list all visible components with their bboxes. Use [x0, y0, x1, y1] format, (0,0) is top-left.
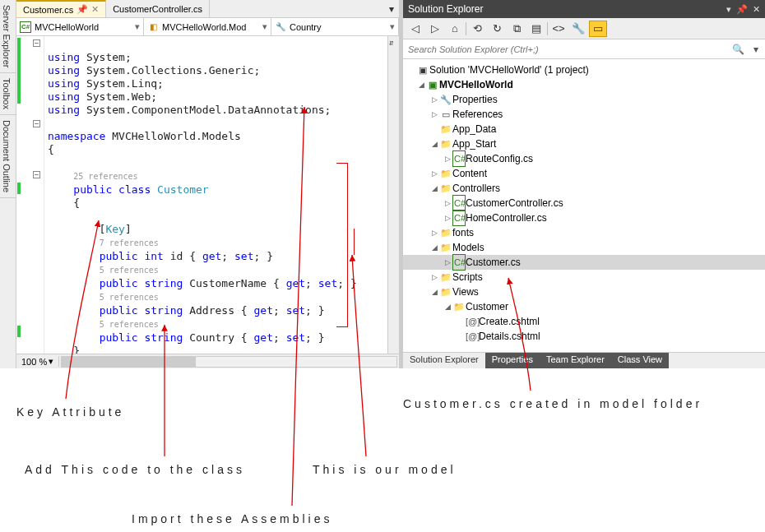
visual-studio-window: Server Explorer Toolbox Document Outline… [0, 0, 765, 368]
sync-button[interactable]: ⟲ [468, 21, 486, 37]
folder-controllers[interactable]: ◢ 📁 Controllers [403, 181, 765, 196]
annotation-key-attribute: Key Attribute [16, 405, 124, 419]
member-dropdown[interactable]: 🔧 Country ▾ [271, 18, 399, 35]
scrollbar-thumb[interactable] [62, 357, 196, 367]
chevron-down-icon: ▾ [49, 356, 53, 367]
chevron-down-icon: ▾ [262, 21, 267, 32]
collapse-toggle[interactable]: − [33, 39, 40, 47]
csharp-project-icon: C# [20, 21, 31, 33]
collapse-toggle[interactable]: ◢ [443, 299, 452, 314]
folder-customer-views[interactable]: ◢ 📁 Customer [403, 299, 765, 314]
wrench-icon: 🔧 [439, 92, 452, 107]
file-routeconfig[interactable]: ▷ C# RouteConfig.cs [403, 151, 765, 166]
folder-icon: 📁 [439, 166, 452, 181]
zoom-label: 100 % [21, 357, 47, 367]
collapse-toggle[interactable]: ◢ [429, 240, 439, 255]
close-icon[interactable]: ✕ [753, 4, 760, 15]
folder-views[interactable]: ◢ 📁 Views [403, 285, 765, 299]
expand-toggle[interactable]: ▷ [443, 151, 452, 166]
home-button[interactable]: ⌂ [446, 21, 464, 37]
back-button[interactable]: ◁ [406, 21, 424, 37]
project-node[interactable]: ◢ ▣ MVCHelloWorld [403, 77, 765, 92]
document-outline-tab[interactable]: Document Outline [0, 115, 16, 198]
solution-tree[interactable]: ▣ Solution 'MVCHelloWorld' (1 project) ◢… [403, 59, 765, 352]
search-icon[interactable]: 🔍 [729, 39, 747, 58]
outlining-margin[interactable]: − − − [21, 36, 44, 354]
horizontal-scrollbar[interactable] [61, 356, 397, 368]
csharp-file-icon: C# [452, 254, 466, 271]
folder-app-data[interactable]: 📁 App_Data [403, 122, 765, 136]
expand-toggle[interactable]: ▷ [429, 107, 439, 122]
pin-icon[interactable]: 📌 [76, 4, 88, 15]
file-customercontroller[interactable]: ▷ C# CustomerController.cs [403, 196, 765, 210]
pin-icon[interactable]: 📌 [736, 4, 748, 15]
collapse-toggle[interactable]: − [33, 120, 40, 127]
folder-icon: 📁 [452, 299, 466, 314]
left-tool-tabs: Server Explorer Toolbox Document Outline [0, 0, 16, 368]
forward-button[interactable]: ▷ [426, 21, 444, 37]
folder-models[interactable]: ◢ 📁 Models [403, 240, 765, 255]
project-dropdown[interactable]: C# MVCHelloWorld ▾ [16, 18, 144, 35]
file-details-cshtml[interactable]: [@] Details.cshtml [403, 329, 765, 344]
csharp-file-icon: C# [452, 195, 466, 211]
chevron-down-icon: ▾ [390, 21, 395, 32]
expand-toggle[interactable]: ▷ [443, 210, 452, 225]
solution-explorer-toolbar: ◁ ▷ ⌂ ⟲ ↻ ⧉ ▤ <> 🔧 ▭ [403, 18, 765, 39]
annotation-bracket [354, 229, 360, 255]
search-input[interactable] [403, 39, 729, 58]
annotation-add-code: Add This code to the class [25, 463, 245, 476]
folder-content[interactable]: ▷ 📁 Content [403, 166, 765, 181]
preview-selected-button[interactable]: ▭ [589, 21, 607, 37]
editor-status-bar: 100 % ▾ [16, 354, 399, 368]
zoom-level-dropdown[interactable]: 100 % ▾ [16, 356, 59, 367]
class-dropdown[interactable]: ◧ MVCHelloWorld.Mod ▾ [144, 18, 271, 35]
references-node[interactable]: ▷ ▭ References [403, 107, 765, 122]
solution-explorer-titlebar[interactable]: Solution Explorer ▾ 📌 ✕ [403, 0, 765, 18]
file-homecontroller[interactable]: ▷ C# HomeController.cs [403, 210, 765, 225]
search-options-dropdown[interactable]: ▾ [747, 39, 765, 58]
show-all-files-button[interactable]: ▤ [527, 21, 545, 37]
folder-icon: 📁 [439, 270, 452, 285]
toolbox-tab[interactable]: Toolbox [0, 73, 16, 115]
tab-team-explorer[interactable]: Team Explorer [540, 353, 611, 368]
close-icon[interactable]: ✕ [91, 4, 99, 15]
view-code-button[interactable]: <> [549, 21, 568, 37]
collapse-toggle[interactable]: ◢ [429, 181, 439, 196]
properties-button[interactable]: 🔧 [569, 21, 587, 37]
collapse-toggle[interactable]: ◢ [429, 136, 439, 151]
expand-toggle[interactable]: ▷ [443, 196, 452, 210]
tab-class-view[interactable]: Class View [611, 353, 669, 368]
collapse-toggle[interactable]: ◢ [429, 285, 439, 299]
csharp-file-icon: C# [452, 210, 466, 226]
editor-split-bar[interactable]: ⇵ [387, 36, 399, 354]
expand-toggle[interactable]: ▷ [443, 255, 452, 270]
expand-toggle[interactable]: ▷ [429, 166, 439, 181]
server-explorer-tab[interactable]: Server Explorer [0, 0, 16, 73]
panel-tabs: Solution Explorer Properties Team Explor… [403, 352, 765, 368]
file-customer-cs[interactable]: ▷ C# Customer.cs [403, 255, 765, 270]
tab-properties[interactable]: Properties [485, 353, 540, 368]
tab-label: Customer.cs [23, 5, 73, 15]
collapse-all-button[interactable]: ⧉ [508, 21, 526, 37]
folder-fonts[interactable]: ▷ 📁 fonts [403, 225, 765, 240]
split-arrows-icon: ⇵ [389, 38, 394, 47]
properties-node[interactable]: ▷ 🔧 Properties [403, 92, 765, 107]
folder-app-start[interactable]: ◢ 📁 App_Start [403, 136, 765, 151]
tab-overflow-button[interactable]: ▾ [384, 0, 399, 17]
tab-solution-explorer[interactable]: Solution Explorer [403, 353, 485, 368]
view-file-icon: [@] [466, 314, 479, 329]
expand-toggle[interactable]: ▷ [429, 225, 439, 240]
expand-toggle[interactable]: ▷ [429, 270, 439, 285]
refresh-button[interactable]: ↻ [488, 21, 506, 37]
file-create-cshtml[interactable]: [@] Create.cshtml [403, 314, 765, 329]
folder-scripts[interactable]: ▷ 📁 Scripts [403, 270, 765, 285]
annotation-created-in-model: Customer.cs created in model folder [403, 397, 702, 410]
folder-icon: 📁 [439, 225, 452, 240]
tab-customercontroller-cs[interactable]: CustomerController.cs [106, 0, 210, 17]
tab-customer-cs[interactable]: Customer.cs 📌 ✕ [16, 0, 106, 17]
expand-toggle[interactable]: ▷ [429, 92, 439, 107]
collapse-toggle[interactable]: ◢ [416, 77, 426, 92]
solution-node[interactable]: ▣ Solution 'MVCHelloWorld' (1 project) [403, 62, 765, 77]
window-position-icon[interactable]: ▾ [726, 4, 731, 15]
collapse-toggle[interactable]: − [33, 171, 40, 178]
